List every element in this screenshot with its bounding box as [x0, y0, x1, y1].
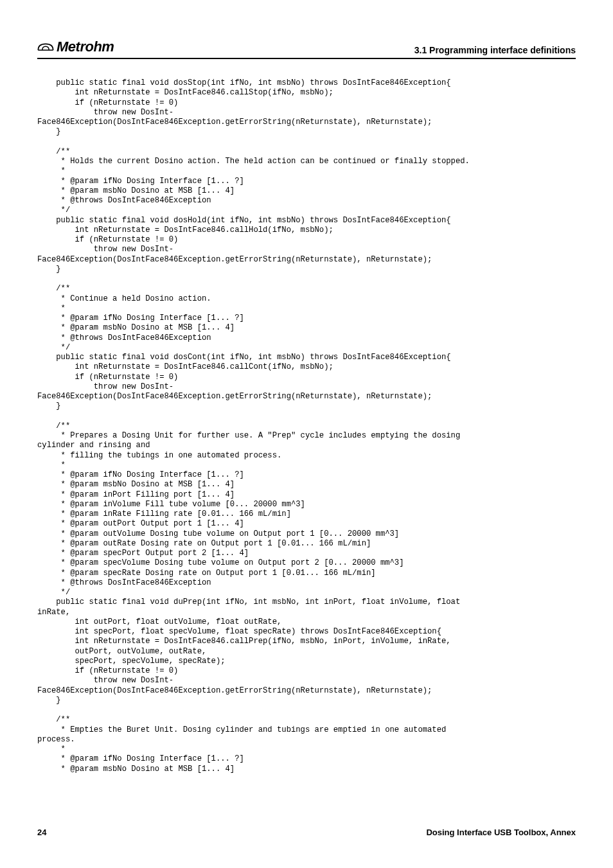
page-header: Metrohm 3.1 Programming interface defini… [37, 39, 576, 59]
source-code-listing: public static final void dosStop(int ifN… [37, 78, 576, 774]
brand-logo: Metrohm [37, 39, 114, 55]
metrohm-icon [37, 39, 54, 55]
footer-title: Dosing Interface USB Toolbox, Annex [426, 828, 576, 837]
page-footer: 24 Dosing Interface USB Toolbox, Annex [37, 828, 576, 837]
page-number: 24 [37, 828, 46, 837]
section-title: 3.1 Programming interface definitions [414, 45, 576, 55]
brand-name: Metrohm [57, 39, 114, 55]
